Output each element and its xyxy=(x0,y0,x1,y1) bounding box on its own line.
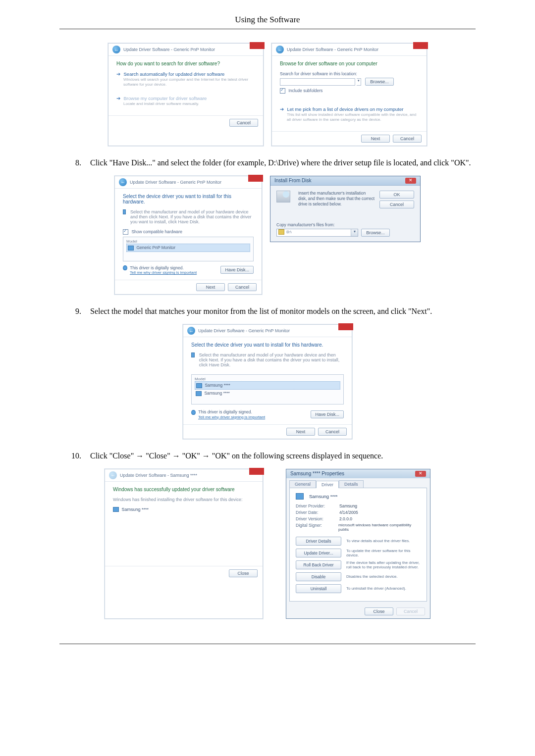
monitor-icon xyxy=(123,209,126,214)
model-item[interactable]: Samsung **** xyxy=(195,381,340,390)
model-name: Generic PnP Monitor xyxy=(136,245,175,250)
folder-icon xyxy=(278,229,284,235)
back-icon[interactable]: ← xyxy=(187,327,195,335)
close-button[interactable]: Close xyxy=(229,569,258,577)
have-disk-button[interactable]: Have Disk... xyxy=(311,410,344,418)
close-icon[interactable] xyxy=(413,42,428,49)
signed-label: This driver is digitally signed. xyxy=(198,409,252,414)
model-list: Model Generic PnP Monitor xyxy=(123,237,254,261)
signer-label: Digital Signer: xyxy=(296,523,334,532)
screenshot-row-2: ← Update Driver Software - Generic PnP M… xyxy=(59,176,476,295)
disk-icon xyxy=(276,191,290,202)
model-header: Model xyxy=(195,377,340,381)
have-disk-button[interactable]: Have Disk... xyxy=(220,266,254,274)
model-item[interactable]: Samsung **** xyxy=(195,390,340,397)
monitor-icon xyxy=(128,246,134,251)
breadcrumb: ← Update Driver Software - Generic PnP M… xyxy=(183,325,352,337)
copy-from-label: Copy manufacturer's files from: xyxy=(276,222,414,227)
signing-link[interactable]: Tell me why driver signing is important xyxy=(130,270,197,275)
version-label: Driver Version: xyxy=(296,516,335,521)
disable-button[interactable]: Disable xyxy=(296,572,341,581)
model-header: Model xyxy=(126,239,250,244)
close-icon[interactable] xyxy=(249,468,264,475)
shield-icon xyxy=(191,410,196,415)
install-from-disk-dialog: Install From Disk ✕ Insert the manufactu… xyxy=(270,176,421,242)
back-icon[interactable]: ← xyxy=(119,178,127,186)
next-button[interactable]: Next xyxy=(286,428,315,436)
wizard-subtext: Windows has finished installing the driv… xyxy=(113,497,255,502)
step-10: 10. Click "Close" → "Close" → "OK" → "OK… xyxy=(59,450,476,462)
wizard-search-screenshot: ← Update Driver Software - Generic PnP M… xyxy=(108,43,264,146)
close-icon[interactable] xyxy=(248,175,263,182)
tab-details[interactable]: Details xyxy=(339,480,364,488)
browse-button[interactable]: Browse... xyxy=(365,78,394,86)
back-icon: ← xyxy=(109,471,117,479)
step-number: 10. xyxy=(59,450,90,462)
wizard-subtext: Select the manufacturer and model of you… xyxy=(199,353,344,367)
provider-value: Samsung xyxy=(339,504,357,508)
back-icon[interactable]: ← xyxy=(276,46,284,53)
step-text: Click "Close" → "Close" → "OK" → "OK" on… xyxy=(90,450,476,462)
browse-button[interactable]: Browse... xyxy=(361,229,390,237)
cancel-button[interactable]: Cancel xyxy=(318,428,347,436)
close-icon[interactable] xyxy=(250,42,265,49)
model-name: Samsung **** xyxy=(205,383,230,388)
rollback-driver-desc: If the device fails after updating the d… xyxy=(346,560,421,569)
show-compatible-checkbox[interactable] xyxy=(123,229,128,235)
tab-general[interactable]: General xyxy=(289,480,316,488)
update-driver-button[interactable]: Update Driver... xyxy=(296,549,341,557)
ok-button[interactable]: OK xyxy=(379,191,414,199)
signing-link[interactable]: Tell me why driver signing is important xyxy=(198,415,265,419)
next-button[interactable]: Next xyxy=(196,283,225,291)
device-name: Samsung **** xyxy=(309,494,338,499)
option-title: Browse my computer for driver software xyxy=(124,96,207,101)
screenshot-row-4: ← Update Driver Software - Samsung **** … xyxy=(59,469,476,619)
option-subtext: Locate and install driver software manua… xyxy=(123,101,255,106)
arrow-icon: ➔ xyxy=(116,71,120,77)
driver-details-button[interactable]: Driver Details xyxy=(296,537,341,546)
divider xyxy=(59,29,476,29)
window-title: Update Driver Software - Generic PnP Mon… xyxy=(198,328,290,333)
tab-pane-driver: Samsung **** Driver Provider:Samsung Dri… xyxy=(289,488,427,602)
next-button[interactable]: Next xyxy=(361,135,390,143)
step-number: 8. xyxy=(59,157,90,169)
step-9: 9. Select the model that matches your mo… xyxy=(59,305,476,317)
cancel-button[interactable]: Cancel xyxy=(379,201,414,208)
close-icon[interactable] xyxy=(338,323,353,330)
chevron-down-icon[interactable]: ▾ xyxy=(351,229,358,236)
monitor-icon xyxy=(296,493,304,500)
close-icon[interactable]: ✕ xyxy=(405,178,416,184)
cancel-button[interactable]: Cancel xyxy=(229,119,258,127)
option-subtext: Windows will search your computer and th… xyxy=(123,77,255,87)
option-search-auto[interactable]: ➔ Search automatically for updated drive… xyxy=(116,71,255,87)
uninstall-button[interactable]: Uninstall xyxy=(296,584,341,593)
driver-details-desc: To view details about the driver files. xyxy=(346,539,410,543)
path-input[interactable] xyxy=(280,78,355,86)
rollback-driver-button[interactable]: Roll Back Driver xyxy=(296,560,341,569)
cancel-button: Cancel xyxy=(396,607,425,615)
step-text: Select the model that matches your monit… xyxy=(90,305,476,317)
back-icon[interactable]: ← xyxy=(112,46,120,53)
signed-label: This driver is digitally signed. xyxy=(130,265,184,270)
cancel-button[interactable]: Cancel xyxy=(228,283,257,291)
window-title: Update Driver Software - Generic PnP Mon… xyxy=(287,47,378,52)
close-button[interactable]: Close xyxy=(365,607,393,615)
window-title: Update Driver Software - Generic PnP Mon… xyxy=(130,180,221,185)
signer-value: microsoft windows hardware compatibility… xyxy=(338,523,421,532)
dialog-title: Samsung **** Properties xyxy=(290,471,344,476)
arrow-icon: ➔ xyxy=(116,96,120,101)
cancel-button[interactable]: Cancel xyxy=(393,135,422,143)
path-dropdown[interactable]: D:\ ▾ xyxy=(276,229,358,237)
include-subfolders-checkbox[interactable] xyxy=(280,88,285,94)
option-pick-from-list[interactable]: ➔ Let me pick from a list of device driv… xyxy=(280,106,419,122)
close-icon[interactable]: ✕ xyxy=(415,471,426,477)
dialog-message: Insert the manufacturer's installation d… xyxy=(298,191,375,207)
monitor-icon xyxy=(196,383,202,388)
monitor-icon xyxy=(113,507,119,512)
option-subtext: This list will show installed driver sof… xyxy=(287,112,419,122)
option-browse-computer[interactable]: ➔ Browse my computer for driver software… xyxy=(116,96,255,106)
model-item[interactable]: Generic PnP Monitor xyxy=(126,244,250,252)
tab-driver[interactable]: Driver xyxy=(316,481,339,488)
breadcrumb: ← Update Driver Software - Generic PnP M… xyxy=(108,44,263,56)
breadcrumb: ← Update Driver Software - Generic PnP M… xyxy=(115,176,262,189)
